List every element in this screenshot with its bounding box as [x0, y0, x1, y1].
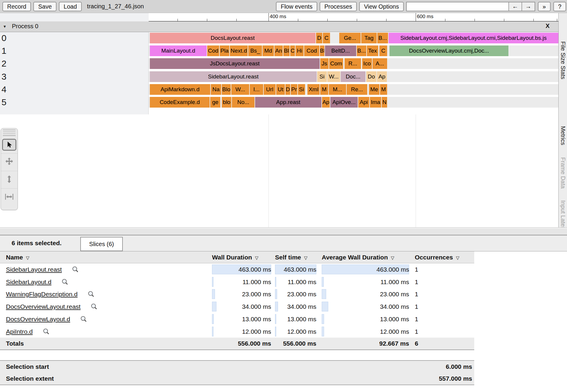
magnifier-icon[interactable] — [72, 266, 79, 273]
trace-slice[interactable]: Hi — [296, 45, 304, 56]
sidebar-tab-file-size-stats[interactable]: File Size Stats — [560, 41, 566, 79]
find-next-button[interactable]: → — [522, 2, 535, 11]
sort-icon[interactable]: ▽ — [456, 255, 459, 260]
trace-slice[interactable]: A... — [373, 58, 387, 69]
panel-splitter[interactable] — [0, 227, 567, 235]
trace-slice[interactable]: Cod — [304, 45, 319, 56]
sort-icon[interactable]: ▽ — [26, 255, 29, 260]
trace-slice[interactable]: Do — [366, 71, 376, 82]
trace-slice[interactable]: Ima — [370, 97, 381, 108]
trace-slice[interactable]: Api — [358, 97, 369, 108]
trace-slice[interactable]: Me — [369, 84, 379, 95]
find-previous-button[interactable]: ← — [508, 2, 522, 11]
trace-slice[interactable]: Tex — [367, 45, 378, 56]
sidebar-tab-metrics[interactable]: Metrics — [560, 126, 566, 145]
trace-slice[interactable]: M... — [329, 84, 346, 95]
zoom-tool-button[interactable] — [1, 171, 18, 188]
trace-slice[interactable]: I... — [250, 84, 263, 95]
magnifier-icon[interactable] — [43, 328, 50, 335]
trace-slice[interactable]: M — [320, 84, 328, 95]
record-button[interactable]: Record — [2, 2, 31, 11]
trace-slice[interactable]: Na — [211, 84, 221, 95]
magnifier-icon[interactable] — [91, 303, 98, 310]
trace-slice[interactable]: SidebarLayout.reast — [150, 71, 317, 82]
trace-slice[interactable]: Com — [329, 58, 343, 69]
magnifier-icon[interactable] — [80, 316, 87, 322]
column-header-name[interactable]: Name▽ — [6, 251, 29, 264]
trace-slice[interactable]: Xml — [307, 84, 320, 95]
trace-slice[interactable]: Js — [320, 58, 329, 69]
sort-icon[interactable]: ▽ — [255, 255, 259, 260]
pan-tool-button[interactable] — [1, 153, 18, 171]
column-header-average-wall-duration[interactable]: Average Wall Duration▽ — [322, 251, 394, 264]
sidebar-tab-frame-data[interactable]: Frame Data — [560, 157, 566, 189]
trace-slice[interactable]: App.reast — [255, 97, 321, 108]
trace-slice[interactable]: N — [382, 97, 387, 108]
magnifier-icon[interactable] — [62, 278, 68, 285]
trace-slice[interactable]: D — [316, 33, 322, 43]
trace-slice[interactable]: ApiMarkdown.d — [150, 84, 210, 95]
sort-icon[interactable]: ▽ — [391, 255, 395, 260]
trace-slice[interactable]: DocsOverviewLayout.cmj,Doc... — [389, 45, 508, 56]
trace-slice[interactable]: Si — [317, 71, 327, 82]
trace-slice[interactable]: BeltD... — [325, 45, 356, 56]
trace-slice[interactable]: Blo — [222, 84, 231, 95]
trace-slice[interactable]: MainLayout.d — [150, 45, 207, 56]
trace-slice[interactable]: C — [379, 45, 387, 56]
trace-slice[interactable]: Next.d — [230, 45, 248, 56]
processes-button[interactable]: Processes — [320, 2, 357, 11]
slices-tab[interactable]: Slices (6) — [80, 237, 123, 251]
trace-slice[interactable]: Pr — [291, 84, 297, 95]
help-button[interactable]: ? — [553, 2, 566, 11]
trace-slice[interactable]: DocsLayout.reast — [150, 33, 315, 43]
trace-slice[interactable]: Ge... — [339, 33, 361, 43]
flame-chart-canvas[interactable]: DocsLayout.reastDCGe...TagB...SidebarLay… — [149, 32, 558, 114]
table-row[interactable]: DocsOverviewLayout.d13.000 ms13.000 ms13… — [0, 313, 474, 325]
slice-name-link[interactable]: ApiIntro.d — [6, 325, 50, 338]
slice-name-link[interactable]: SidebarLayout.reast — [6, 263, 79, 275]
view-options-button[interactable]: View Options — [359, 2, 403, 11]
trace-slice[interactable]: Si — [298, 84, 305, 95]
trace-slice[interactable]: CodeExample.d — [150, 97, 210, 108]
trace-slice[interactable]: Doc... — [341, 71, 365, 82]
trace-slice[interactable]: JsDocsLayout.reast — [150, 58, 320, 69]
trace-slice[interactable]: Re... — [347, 84, 367, 95]
close-process-button[interactable]: X — [546, 23, 549, 29]
trace-slice[interactable]: Bs_ — [248, 45, 262, 56]
trace-slice[interactable]: Ut — [276, 84, 285, 95]
trace-slice[interactable]: SidebarLayout.cmj,SidebarLayout.cmi,Side… — [389, 33, 558, 43]
trace-slice[interactable]: B... — [377, 33, 388, 43]
trace-slice[interactable]: Ico — [362, 58, 372, 69]
magnifier-icon[interactable] — [88, 291, 95, 297]
flow-events-button[interactable]: Flow events — [276, 2, 317, 11]
trace-slice[interactable]: No... — [232, 97, 255, 108]
column-header-occurrences[interactable]: Occurrences▽ — [415, 251, 459, 264]
slice-name-link[interactable]: DocsOverviewLayout.reast — [6, 300, 98, 313]
sidebar-tab-input-latency[interactable]: Input Latency — [560, 200, 566, 227]
slice-name-link[interactable]: WarningFlagDescription.d — [6, 288, 95, 300]
timing-tool-button[interactable] — [1, 188, 18, 206]
trace-slice[interactable]: ge — [210, 97, 220, 108]
selection-tool-button[interactable] — [1, 136, 18, 153]
trace-slice[interactable]: D — [285, 84, 290, 95]
table-row[interactable]: SidebarLayout.d11.000 ms11.000 ms11.000 … — [0, 276, 474, 288]
sort-icon[interactable]: ▽ — [304, 255, 308, 260]
process-header[interactable]: ▾ Process 0 X — [0, 21, 558, 32]
trace-slice[interactable]: Bl — [283, 45, 290, 56]
save-button[interactable]: Save — [33, 2, 56, 11]
table-row[interactable]: DocsOverviewLayout.reast34.000 ms34.000 … — [0, 300, 474, 313]
trace-slice[interactable]: blo — [222, 97, 231, 108]
trace-slice[interactable]: W... — [231, 84, 249, 95]
table-row[interactable]: WarningFlagDescription.d23.000 ms23.000 … — [0, 288, 474, 300]
more-options-button[interactable]: » — [538, 2, 551, 11]
search-input[interactable] — [407, 2, 508, 11]
trace-slice[interactable]: ApiOve... — [330, 97, 358, 108]
trace-slice[interactable]: Cod — [207, 45, 219, 56]
trace-slice[interactable]: Pla — [220, 45, 229, 56]
trace-slice[interactable]: Bl — [320, 45, 324, 56]
trace-slice[interactable]: W... — [327, 71, 340, 82]
trace-slice[interactable]: Ap — [322, 97, 330, 108]
trace-slice[interactable]: An — [274, 45, 283, 56]
slice-name-link[interactable]: DocsOverviewLayout.d — [6, 313, 87, 325]
trace-slice[interactable]: Ap — [377, 71, 387, 82]
